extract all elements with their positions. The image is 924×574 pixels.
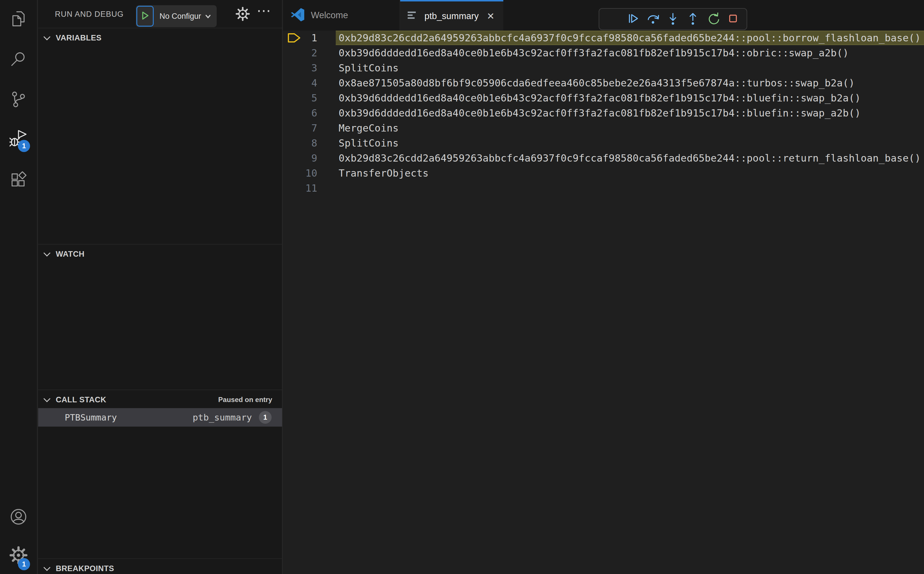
call-stack-section-header[interactable]: CALL STACK Paused on entry (38, 390, 282, 409)
tab-ptb-summary[interactable]: ptb_summary ✕ (400, 0, 503, 31)
debug-start-icon (140, 11, 150, 22)
stop-button[interactable] (726, 12, 740, 26)
gear-icon (235, 17, 250, 22)
code-line[interactable]: 3 SplitCoins (283, 60, 924, 76)
call-stack-frame-row[interactable]: PTBSummary ptb_summary 1 (38, 408, 282, 427)
run-and-debug-sidebar: RUN AND DEBUG No Configur ⋯ VARIABLES (38, 0, 283, 574)
editor-area: Welcome ptb_summary ✕ (283, 0, 924, 574)
tab-label: ptb_summary (425, 11, 479, 21)
chevron-down-icon (43, 249, 50, 256)
ellipsis-icon: ⋯ (257, 3, 271, 19)
frame-line-badge: 1 (259, 411, 272, 424)
section-label: VARIABLES (56, 33, 102, 43)
explorer-icon (9, 10, 27, 29)
chevron-down-icon (43, 395, 50, 402)
current-execution-arrow-icon (286, 31, 301, 44)
step-over-button[interactable] (646, 12, 660, 26)
activity-item-extensions[interactable] (0, 164, 37, 198)
vscode-logo-icon (291, 8, 305, 23)
line-text: 0x8ae871505a80d8bf6bf9c05906cda6edfeea46… (338, 76, 924, 90)
launch-control: No Configur (136, 5, 217, 27)
section-label: WATCH (56, 250, 84, 259)
code-line[interactable]: 2 0xb39d6dddedd16ed8a40ce0b1e6b43c92acf0… (283, 46, 924, 60)
activity-item-accounts[interactable] (0, 500, 37, 535)
code-line[interactable]: 9 0xb29d83c26cdd2a64959263abbcfc4a6937f0… (283, 151, 924, 166)
list-file-icon (408, 9, 418, 23)
debug-restart-icon (707, 12, 720, 26)
settings-count-badge: 1 (18, 558, 30, 570)
line-number: 9 (283, 151, 317, 166)
code-line[interactable]: 4 0x8ae871505a80d8bf6bf9c05906cda6edfeea… (283, 76, 924, 90)
step-out-button[interactable] (686, 12, 700, 26)
code-line[interactable]: 5 0xb39d6dddedd16ed8a40ce0b1e6b43c92acf0… (283, 90, 924, 106)
code-line[interactable]: 11 (283, 181, 924, 196)
code-line[interactable]: 8 SplitCoins (283, 136, 924, 151)
line-text: SplitCoins (338, 60, 924, 76)
code-line[interactable]: 6 0xb39d6dddedd16ed8a40ce0b1e6b43c92acf0… (283, 106, 924, 120)
launch-config-dropdown[interactable]: No Configur (154, 12, 203, 21)
line-text: 0xb39d6dddedd16ed8a40ce0b1e6b43c92acf0ff… (338, 106, 924, 120)
line-number: 6 (283, 106, 317, 120)
activity-item-run-and-debug[interactable]: 1 (0, 121, 37, 156)
watch-section-header[interactable]: WATCH (38, 244, 282, 263)
section-label: BREAKPOINTS (56, 564, 114, 573)
chevron-down-icon (43, 564, 50, 571)
debug-step-out-icon (686, 12, 699, 26)
pause-status-label: Paused on entry (218, 396, 272, 404)
variables-section-header[interactable]: VARIABLES (38, 28, 282, 47)
line-number: 8 (283, 136, 317, 151)
debug-count-badge: 1 (18, 140, 30, 152)
line-number: 11 (283, 181, 317, 196)
debug-continue-icon (626, 12, 639, 26)
chevron-down-icon[interactable] (203, 10, 217, 22)
tab-label: Welcome (311, 10, 348, 20)
frame-name: PTBSummary (65, 412, 117, 423)
breakpoints-section-header[interactable]: BREAKPOINTS (38, 559, 282, 574)
line-number: 3 (283, 60, 317, 76)
debug-stop-icon (726, 12, 740, 26)
call-stack-section: CALL STACK Paused on entry PTBSummary pt… (38, 390, 282, 558)
extensions-icon (9, 171, 27, 191)
activity-item-search[interactable] (0, 43, 37, 77)
watch-section: WATCH (38, 244, 282, 390)
line-number: 10 (283, 166, 317, 181)
line-text: 0xb29d83c26cdd2a64959263abbcfc4a6937f0c9… (338, 151, 924, 166)
source-control-icon (9, 90, 27, 110)
section-label: CALL STACK (56, 395, 106, 404)
debug-settings-gear-button[interactable] (235, 6, 250, 22)
breakpoints-section: BREAKPOINTS (38, 558, 282, 574)
activity-item-source-control[interactable] (0, 83, 37, 117)
activity-item-settings[interactable]: 1 (0, 538, 37, 573)
continue-button[interactable] (625, 12, 640, 26)
toolbar-drag-handle[interactable] (606, 12, 620, 26)
line-text: 0xb39d6dddedd16ed8a40ce0b1e6b43c92acf0ff… (338, 46, 924, 60)
debug-step-into-icon (666, 12, 680, 26)
close-icon[interactable]: ✕ (487, 11, 495, 22)
line-text: 0xb39d6dddedd16ed8a40ce0b1e6b43c92acf0ff… (338, 90, 924, 106)
debug-toolbar (599, 8, 747, 30)
line-text: SplitCoins (338, 136, 924, 151)
sidebar-title: RUN AND DEBUG (55, 10, 124, 19)
line-text: MergeCoins (338, 120, 924, 136)
drag-handle-icon (606, 12, 619, 26)
activity-bar: 1 1 (0, 0, 38, 574)
line-number: 7 (283, 120, 317, 136)
account-icon (9, 508, 27, 527)
code-editor[interactable]: 1 0xb29d83c26cdd2a64959263abbcfc4a6937f0… (283, 30, 924, 574)
code-line[interactable]: 10 TransferObjects (283, 166, 924, 181)
line-number: 2 (283, 46, 317, 60)
more-actions-button[interactable]: ⋯ (257, 2, 271, 19)
step-into-button[interactable] (666, 12, 680, 26)
chevron-down-icon (43, 33, 50, 40)
line-number: 4 (283, 76, 317, 90)
restart-button[interactable] (706, 12, 720, 26)
activity-item-explorer[interactable] (0, 2, 37, 37)
variables-section: VARIABLES (38, 28, 282, 244)
start-debug-button[interactable] (136, 6, 154, 27)
search-icon (9, 50, 27, 69)
code-line[interactable]: 1 0xb29d83c26cdd2a64959263abbcfc4a6937f0… (283, 30, 924, 46)
tab-welcome[interactable]: Welcome (283, 0, 400, 31)
line-text: 0xb29d83c26cdd2a64959263abbcfc4a6937f0c9… (338, 30, 924, 46)
debug-step-over-icon (646, 12, 660, 26)
code-line[interactable]: 7 MergeCoins (283, 120, 924, 136)
